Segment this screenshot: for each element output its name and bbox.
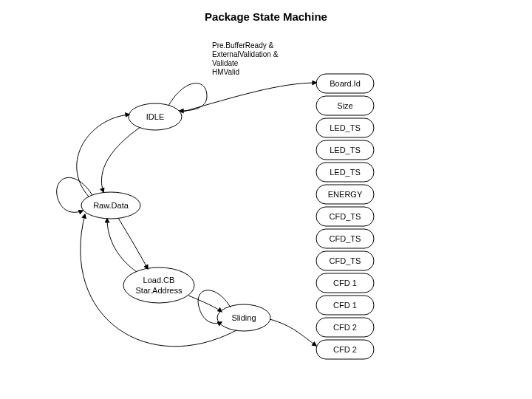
stack-item: CFD 1: [316, 296, 374, 315]
edge-loadcb-to-sliding: [188, 296, 222, 312]
svg-text:CFD 1: CFD 1: [333, 301, 357, 310]
svg-text:Load.CB: Load.CB: [143, 276, 175, 284]
svg-text:LED_TS: LED_TS: [330, 123, 361, 132]
edge-idle-to-stack: [181, 83, 316, 112]
svg-text:Star.Address: Star.Address: [136, 286, 183, 295]
stack-item: LED_TS: [316, 163, 374, 182]
svg-text:CFD 1: CFD 1: [333, 279, 357, 287]
edge-idle-to-rawdata: [101, 127, 140, 192]
stack-item: LED_TS: [316, 140, 374, 160]
svg-text:Board.Id: Board.Id: [330, 79, 361, 88]
stack-item: CFD 2: [316, 318, 374, 337]
state-loadcb: Load.CB Star.Address: [123, 267, 194, 303]
stack-item: CFD_TS: [316, 207, 374, 226]
state-rawdata: Raw.Data: [81, 192, 140, 219]
stack-item: Board.Id: [316, 74, 374, 93]
edge-rawdata-to-idle: [77, 115, 129, 197]
stack-item: CFD 1: [316, 273, 374, 293]
stack-item: ENERGY: [316, 185, 374, 204]
state-stack: Board.Id Size LED_TS LED_TS LED_TS ENERG…: [316, 74, 374, 359]
svg-text:CFD_TS: CFD_TS: [330, 212, 361, 221]
edge-sliding-to-stack: [270, 319, 316, 346]
svg-text:IDLE: IDLE: [146, 112, 164, 121]
svg-text:CFD 2: CFD 2: [333, 345, 357, 354]
svg-text:CFD_TS: CFD_TS: [330, 256, 361, 265]
svg-text:CFD_TS: CFD_TS: [330, 234, 361, 243]
svg-text:Raw.Data: Raw.Data: [93, 201, 129, 210]
svg-text:Size: Size: [337, 101, 352, 110]
svg-text:LED_TS: LED_TS: [330, 146, 361, 154]
state-idle: IDLE: [129, 103, 182, 130]
svg-text:ENERGY: ENERGY: [328, 190, 363, 199]
stack-item: CFD_TS: [316, 251, 374, 270]
edge-loadcb-to-rawdata: [107, 219, 137, 272]
edge-rawdata-to-loadcb: [118, 218, 148, 269]
svg-text:Sliding: Sliding: [231, 313, 256, 322]
stack-item: LED_TS: [316, 118, 374, 137]
svg-text:CFD 2: CFD 2: [333, 323, 357, 332]
stack-item: CFD_TS: [316, 229, 374, 248]
stack-item: CFD 2: [316, 340, 374, 359]
state-sliding: Sliding: [217, 304, 270, 331]
svg-text:LED_TS: LED_TS: [330, 168, 361, 177]
stack-item: Size: [316, 96, 374, 115]
state-machine-diagram: Board.Id Size LED_TS LED_TS LED_TS ENERG…: [0, 0, 532, 399]
